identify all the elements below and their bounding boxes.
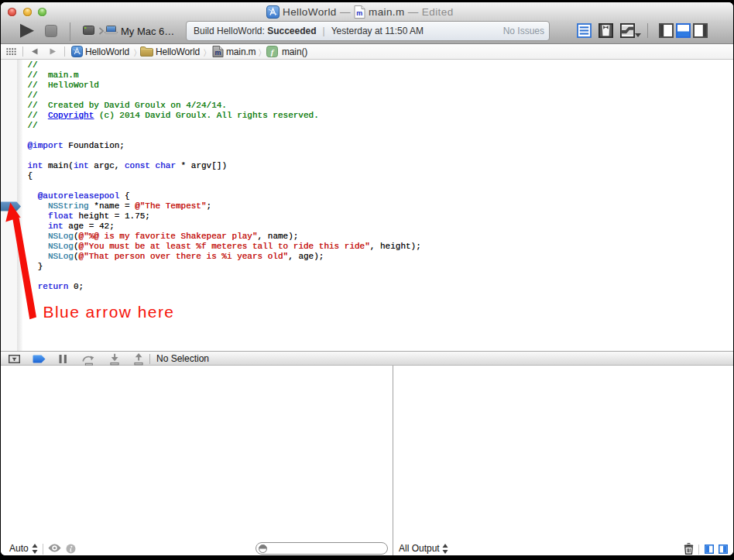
svg-text:m: m (356, 9, 362, 17)
svg-text:m: m (215, 49, 221, 57)
